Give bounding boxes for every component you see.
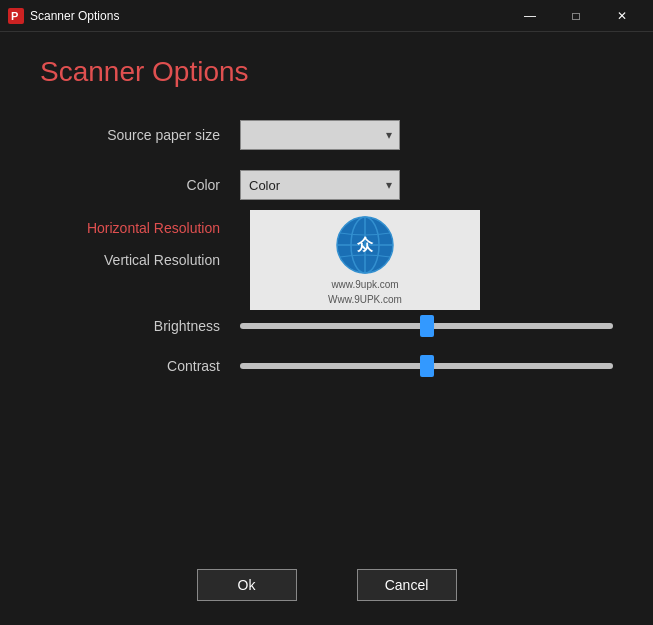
color-label: Color	[40, 177, 240, 193]
svg-text:P: P	[11, 10, 18, 22]
vertical-resolution-label: Vertical Resolution	[40, 252, 240, 268]
main-content: Scanner Options Source paper size A4 Let…	[0, 32, 653, 625]
contrast-thumb[interactable]	[420, 355, 434, 377]
title-bar: P Scanner Options — □ ✕	[0, 0, 653, 32]
brightness-slider-wrapper[interactable]	[240, 316, 613, 336]
form-area: Source paper size A4 Letter Legal Color …	[40, 120, 613, 396]
button-row: Ok Cancel	[40, 549, 613, 601]
brightness-track	[240, 323, 613, 329]
minimize-button[interactable]: —	[507, 0, 553, 32]
brightness-row: Brightness	[40, 316, 613, 336]
close-button[interactable]: ✕	[599, 0, 645, 32]
source-paper-size-label: Source paper size	[40, 127, 240, 143]
contrast-slider-wrapper[interactable]	[240, 356, 613, 376]
watermark-logo: 众	[335, 215, 395, 275]
source-paper-size-row: Source paper size A4 Letter Legal	[40, 120, 613, 150]
contrast-label: Contrast	[40, 358, 240, 374]
watermark-top-text: www.9upk.com	[331, 279, 398, 290]
resolution-section: Horizontal Resolution Vertical Resolutio…	[40, 220, 613, 284]
cancel-button[interactable]: Cancel	[357, 569, 457, 601]
ok-button[interactable]: Ok	[197, 569, 297, 601]
watermark-content: 众 www.9upk.com Www.9UPK.com	[328, 215, 402, 305]
color-select[interactable]: Color Grayscale Black & White	[240, 170, 400, 200]
source-paper-size-select-wrapper: A4 Letter Legal	[240, 120, 400, 150]
window-controls: — □ ✕	[507, 0, 645, 32]
contrast-row: Contrast	[40, 356, 613, 376]
app-icon: P	[8, 8, 24, 24]
source-paper-size-select[interactable]: A4 Letter Legal	[240, 120, 400, 150]
horizontal-resolution-label: Horizontal Resolution	[40, 220, 240, 236]
contrast-track	[240, 363, 613, 369]
brightness-label: Brightness	[40, 318, 240, 334]
color-row: Color Color Grayscale Black & White	[40, 170, 613, 200]
color-select-wrapper: Color Grayscale Black & White	[240, 170, 400, 200]
slider-section: Brightness Contrast	[40, 316, 613, 396]
brightness-thumb[interactable]	[420, 315, 434, 337]
window-title: Scanner Options	[30, 9, 507, 23]
svg-text:众: 众	[356, 236, 374, 253]
watermark-overlay: 众 www.9upk.com Www.9UPK.com	[250, 210, 480, 310]
page-title: Scanner Options	[40, 56, 613, 88]
maximize-button[interactable]: □	[553, 0, 599, 32]
watermark-bottom-text: Www.9UPK.com	[328, 294, 402, 305]
